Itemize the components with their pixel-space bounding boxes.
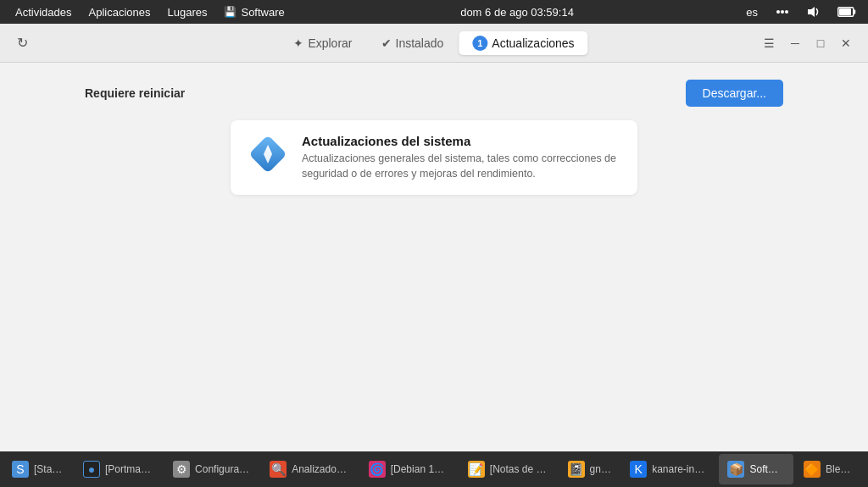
notas-icon: 📝 (468, 461, 485, 478)
battery-icon[interactable] (832, 0, 861, 24)
stacer-label: [Stacer] (34, 463, 64, 475)
svg-point-1 (781, 10, 784, 14)
analyzer-icon: 🔍 (270, 461, 287, 478)
tab-group: ✦ Explorar ✔ Instalado 1 Actualizaciones (280, 31, 587, 55)
taskbar-item-blender[interactable]: 🔶 Blender (795, 454, 865, 484)
config-label: Configuración (195, 463, 251, 475)
svg-marker-3 (808, 7, 815, 17)
taskbar-item-gnote[interactable]: 📓 gnote (559, 454, 620, 484)
gnote-label: gnote (590, 463, 612, 475)
explore-icon: ✦ (293, 36, 303, 50)
update-desc: Actualizaciones generales del sistema, t… (302, 152, 620, 181)
taskbar-item-kanare[interactable]: K kanare-inspi... (621, 454, 717, 484)
minimize-button[interactable]: ─ (783, 31, 807, 55)
kanare-icon: K (630, 461, 647, 478)
taskbar-item-analizador[interactable]: 🔍 Analizador d... (261, 454, 359, 484)
update-card: Actualizaciones del sistema Actualizacio… (231, 120, 637, 195)
system-bar: Actividades Aplicaciones Lugares 💾 Softw… (0, 0, 868, 24)
notas-label: [Notas de pu... (490, 463, 549, 475)
update-title: Actualizaciones del sistema (302, 134, 620, 148)
reload-button[interactable]: ↻ (10, 31, 35, 54)
maximize-button[interactable]: □ (809, 31, 832, 55)
requires-restart-bar: Requiere reiniciar Descargar... (34, 80, 834, 107)
tab-explorar[interactable]: ✦ Explorar (280, 32, 365, 54)
update-info: Actualizaciones del sistema Actualizacio… (302, 134, 620, 181)
app-titlebar: ↻ ✦ Explorar ✔ Instalado 1 Actualizacion… (0, 24, 868, 63)
taskbar-item-portmaster[interactable]: ● [Portmaster] (75, 454, 163, 484)
actividades-menu[interactable]: Actividades (7, 0, 80, 24)
gnote-icon: 📓 (568, 461, 585, 478)
taskbar-item-stacer[interactable]: S [Stacer] (3, 454, 73, 484)
kanare-label: kanare-inspi... (652, 463, 709, 475)
language-indicator[interactable]: es (741, 0, 763, 24)
updates-badge: 1 (472, 36, 487, 51)
aplicaciones-menu[interactable]: Aplicaciones (80, 0, 159, 24)
software-icon: 📦 (727, 461, 744, 478)
system-clock: dom 6 de ago 03:59:14 (293, 6, 741, 19)
app-content: Requiere reiniciar Descargar... (0, 63, 868, 451)
taskbar-item-debian[interactable]: 🌀 [Debian 12 (… (360, 454, 458, 484)
volume-icon[interactable] (802, 0, 826, 24)
hamburger-menu-button[interactable]: ☰ (757, 33, 782, 53)
lugares-menu[interactable]: Lugares (159, 0, 215, 24)
svg-point-2 (785, 10, 788, 14)
installed-icon: ✔ (381, 36, 392, 50)
svg-point-0 (776, 10, 780, 14)
portmaster-label: [Portmaster] (105, 463, 154, 475)
titlebar-actions: ☰ ─ □ ✕ (757, 31, 858, 55)
update-diamond-icon (248, 134, 288, 174)
portmaster-icon: ● (83, 461, 100, 478)
update-icon-wrapper (248, 134, 288, 174)
tab-instalado[interactable]: ✔ Instalado (368, 32, 458, 54)
svg-rect-5 (854, 10, 856, 14)
debian-icon: 🌀 (369, 461, 386, 478)
svg-rect-6 (839, 8, 851, 15)
network-icon[interactable] (770, 0, 795, 24)
taskbar-item-notas[interactable]: 📝 [Notas de pu... (459, 454, 558, 484)
stacer-icon: S (12, 461, 29, 478)
debian-label: [Debian 12 (… (391, 463, 449, 475)
blender-icon: 🔶 (804, 461, 821, 478)
close-button[interactable]: ✕ (834, 31, 858, 55)
taskbar-item-software[interactable]: 📦 Software (719, 454, 793, 484)
software-label: Software (749, 463, 785, 475)
system-bar-right: es (741, 0, 861, 24)
taskbar: S [Stacer] ● [Portmaster] ⚙ Configuració… (0, 451, 868, 487)
download-button[interactable]: Descargar... (686, 80, 783, 107)
taskbar-item-configuracion[interactable]: ⚙ Configuración (164, 454, 259, 484)
system-bar-left: Actividades Aplicaciones Lugares 💾 Softw… (7, 0, 293, 24)
tab-actualizaciones[interactable]: 1 Actualizaciones (459, 31, 587, 55)
blender-label: Blender (826, 463, 856, 475)
software-menu[interactable]: 💾 Software (215, 0, 292, 24)
analyzer-label: Analizador d... (292, 463, 350, 475)
app-window: ↻ ✦ Explorar ✔ Instalado 1 Actualizacion… (0, 24, 868, 451)
requires-restart-label: Requiere reiniciar (85, 86, 185, 100)
software-menu-icon: 💾 (224, 6, 236, 18)
config-icon: ⚙ (173, 461, 190, 478)
